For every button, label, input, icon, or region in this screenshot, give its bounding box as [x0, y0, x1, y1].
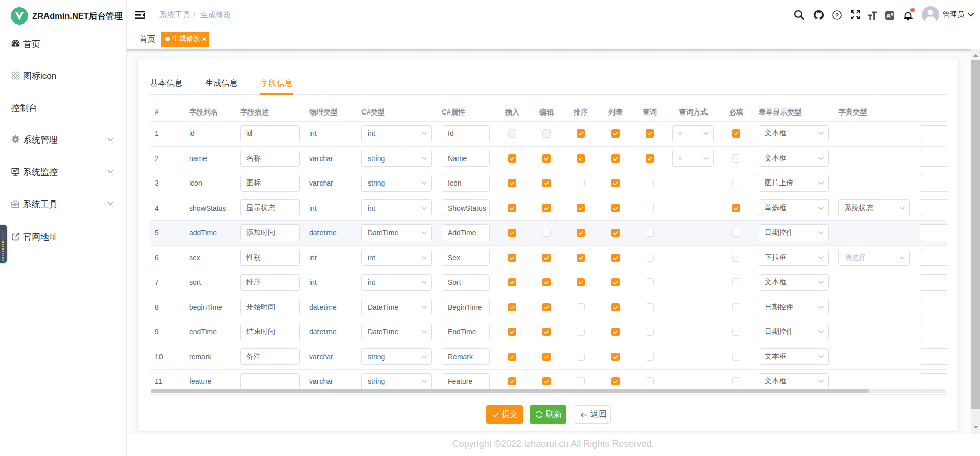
svg-text:?: ? [835, 12, 839, 18]
svg-text:A: A [886, 13, 891, 19]
